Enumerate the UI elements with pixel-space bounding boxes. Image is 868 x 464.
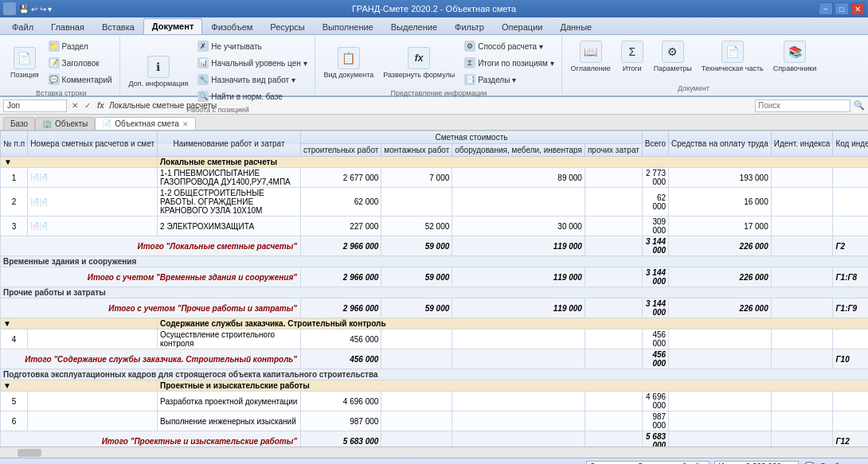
- insert-small-btns: 📁 Раздел 📝 Заголовок 💬 Комментарий: [45, 38, 116, 88]
- table-row: 1 📄📄 1-1 ПНЕВМОИСПЫТАНИЕ ГАЗОПРОВОДА ДУ1…: [1, 168, 869, 188]
- references-button[interactable]: 📚 Справочники: [769, 38, 821, 75]
- row1-labor: 193 000: [669, 168, 772, 188]
- window-controls: − □ ✕: [819, 2, 865, 15]
- total-local-code: Г2: [833, 236, 868, 256]
- expand-formula-label: Развернуть формулы: [383, 71, 455, 79]
- maximize-button[interactable]: □: [835, 2, 849, 15]
- minimize-button[interactable]: −: [819, 2, 833, 15]
- row4-str: 456 000: [301, 329, 381, 349]
- tab-base-label: Базо: [10, 119, 28, 128]
- row4-ident: [771, 329, 833, 349]
- params-label: Параметры: [654, 64, 692, 72]
- section-expand[interactable]: ▼: [1, 157, 158, 168]
- close-button[interactable]: ✕: [850, 2, 865, 15]
- formula-content: Локальные сметные расчеты: [109, 101, 752, 110]
- total-design-str: 5 683 000: [301, 431, 381, 447]
- expand-formula-icon: fx: [408, 47, 430, 69]
- find-norm-icon: 🔍: [197, 91, 209, 102]
- tab-file[interactable]: Файл: [3, 19, 42, 34]
- row6-str: 987 000: [301, 411, 381, 431]
- total-temp-mon: 59 000: [381, 267, 452, 287]
- search-input[interactable]: [755, 99, 850, 112]
- row1-total: 2 773 000: [642, 168, 668, 188]
- tab-object-estimate[interactable]: 📄 Объектная смета ✕: [95, 117, 195, 130]
- col-equip: оборудования, мебели, инвентаря: [452, 144, 585, 157]
- row3-code: [833, 216, 868, 236]
- row5-other: [585, 392, 642, 411]
- position-button[interactable]: 📄 Позиция: [6, 45, 43, 81]
- work-pos-buttons: ℹ Доп. информация ✗ Не учитывать 📊 Начал…: [125, 38, 311, 104]
- set-work-type-icon: 🔧: [197, 74, 209, 85]
- tab-operations[interactable]: Операции: [493, 19, 551, 34]
- ribbon-group-insert-row: 📄 Позиция 📁 Раздел 📝 Заголовок 💬 Коммент…: [3, 37, 120, 94]
- col-estimate-cost-group: Сметная стоимость: [301, 131, 643, 144]
- formula-confirm-icon: ✓: [83, 101, 92, 110]
- row6-equip: [452, 411, 585, 431]
- ribbon-group-document: 📖 Оглавление Σ Итоги ⚙ Параметры 📄 Техни…: [564, 37, 824, 94]
- no-count-button[interactable]: ✗ Не учитывать: [194, 38, 311, 54]
- row5-mon: [381, 392, 452, 411]
- tab-objects[interactable]: 🏢 Объекты: [35, 117, 95, 130]
- tech-part-button[interactable]: 📄 Техническая часть: [698, 38, 768, 75]
- row4-num2: [28, 329, 158, 349]
- position-icon: 📄: [14, 47, 36, 69]
- calc-method-button[interactable]: ⚙ Способ расчета ▾: [460, 38, 557, 54]
- view-doc-label: Вид документа: [324, 71, 374, 79]
- row1-name: 1-1 ПНЕВМОИСПЫТАНИЕ ГАЗОПРОВОДА ДУ1400,Р…: [158, 168, 301, 188]
- section-expand-design[interactable]: ▼: [1, 380, 158, 392]
- scrollbar-horizontal[interactable]: [0, 446, 868, 458]
- tab-close-icon[interactable]: ✕: [182, 120, 189, 128]
- col-total: Всего: [642, 131, 668, 157]
- totals-button[interactable]: Σ Итоги: [616, 38, 648, 75]
- row5-num2: [28, 392, 158, 411]
- tab-document[interactable]: Документ: [143, 18, 202, 34]
- totals-by-pos-button[interactable]: Σ Итоги по позициям ▾: [460, 55, 557, 71]
- expand-formula-button[interactable]: fx Развернуть формулы: [379, 45, 459, 81]
- additional-info-button[interactable]: ℹ Доп. информация: [125, 53, 193, 90]
- tab-resources[interactable]: Ресурсы: [261, 19, 313, 34]
- row2-str: 62 000: [301, 188, 381, 216]
- row1-ident: [771, 168, 833, 188]
- additional-info-icon: ℹ: [147, 56, 170, 78]
- col-str-work: строительных работ: [301, 144, 381, 157]
- position-label: Позиция: [10, 71, 39, 79]
- tab-base[interactable]: Базо: [3, 117, 35, 130]
- set-work-type-button[interactable]: 🔧 Назначить вид работ ▾: [194, 72, 311, 88]
- section-label-temp: Временные здания и сооружения: [1, 256, 869, 267]
- section-label-local: Локальные сметные расчеты: [158, 157, 868, 168]
- total-client-equip: [452, 349, 585, 369]
- header-button[interactable]: 📝 Заголовок: [45, 55, 116, 71]
- total-value[interactable]: Итого: 9 283 000р. ▾: [714, 461, 798, 464]
- tab-insert[interactable]: Вставка: [93, 19, 143, 34]
- tab-selection[interactable]: Выделение: [382, 19, 446, 34]
- view-doc-button[interactable]: 📋 Вид документа: [320, 45, 378, 81]
- fx-icon: fx: [96, 101, 106, 110]
- section-expand-client[interactable]: ▼: [1, 318, 158, 329]
- references-icon: 📚: [784, 41, 806, 63]
- row5-total: 4 696 000: [642, 392, 668, 411]
- tab-home[interactable]: Главная: [42, 19, 93, 34]
- total-other-str: 2 966 000: [301, 298, 381, 318]
- tab-filter[interactable]: Фильтр: [446, 19, 493, 34]
- row4-other: [585, 329, 642, 349]
- section-label-client: Содержание службы заказчика. Строительны…: [158, 318, 868, 329]
- rounding-dropdown[interactable]: Округление: До тысяч рублей ▾: [586, 461, 710, 464]
- references-label: Справочники: [773, 64, 817, 72]
- sections-icon: 📑: [464, 74, 475, 85]
- total-design-labor: [669, 431, 772, 447]
- params-button[interactable]: ⚙ Параметры: [650, 38, 696, 75]
- total-client-code: Г10: [833, 349, 868, 369]
- section-button[interactable]: 📁 Раздел: [45, 38, 116, 54]
- toc-button[interactable]: 📖 Оглавление: [567, 38, 615, 75]
- expand-icon-local: ▼: [4, 158, 12, 166]
- comment-button[interactable]: 💬 Комментарий: [45, 72, 116, 88]
- display-small-btns: ⚙ Способ расчета ▾ Σ Итоги по позициям ▾…: [460, 38, 557, 88]
- tab-execution[interactable]: Выполнение: [314, 19, 382, 34]
- row6-num: 6: [1, 411, 28, 431]
- total-design-label: Итого "Проектные и изыскательские работы…: [1, 431, 301, 447]
- sections-button[interactable]: 📑 Разделы ▾: [460, 72, 557, 88]
- tab-physvol[interactable]: Физобъем: [202, 19, 261, 34]
- document-buttons: 📖 Оглавление Σ Итоги ⚙ Параметры 📄 Техни…: [567, 38, 821, 75]
- tab-data[interactable]: Данные: [551, 19, 600, 34]
- price-level-button[interactable]: 📊 Начальный уровень цен ▾: [194, 55, 311, 71]
